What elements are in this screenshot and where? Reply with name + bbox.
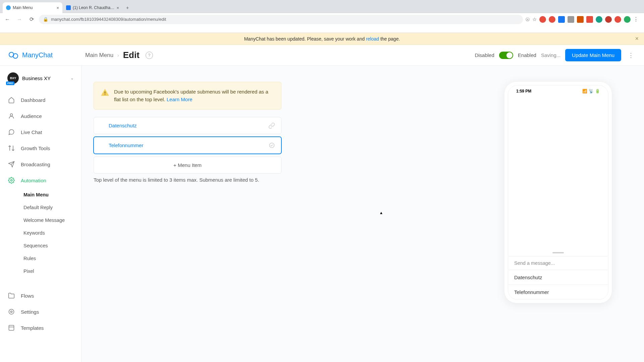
- nav-label: Growth Tools: [21, 145, 50, 151]
- home-icon: [8, 97, 15, 103]
- svg-rect-9: [105, 94, 105, 95]
- ext-icon[interactable]: [605, 16, 612, 23]
- toggle-label-enabled: Enabled: [518, 52, 536, 58]
- chat-icon: [8, 129, 15, 135]
- primary-nav: Dashboard Audience Live Chat Growth Tool…: [0, 92, 81, 336]
- subnav-sequences[interactable]: Sequences: [0, 239, 81, 252]
- sidebar-item-livechat[interactable]: Live Chat: [0, 124, 81, 140]
- message-input-placeholder[interactable]: Send a message...: [508, 256, 608, 270]
- ext-icon[interactable]: [539, 16, 546, 23]
- nav-label: Automation: [21, 178, 46, 183]
- menu-editor: Due to upcoming Facebook's update submen…: [94, 82, 281, 346]
- phone-menu-item[interactable]: Datenschutz: [508, 270, 608, 285]
- notif-text-prefix: ManyChat has been updated. Please, save …: [244, 36, 366, 42]
- subnav-default-reply[interactable]: Default Reply: [0, 201, 81, 214]
- sidebar-item-templates[interactable]: Templates: [0, 320, 81, 336]
- address-bar[interactable]: 🔒 manychat.com/fb1810394432408309/automa…: [39, 15, 523, 24]
- drag-handle[interactable]: [552, 252, 564, 253]
- browser-tab-active[interactable]: Main Menu ×: [3, 2, 62, 13]
- avatar-icon[interactable]: [624, 16, 631, 23]
- subnav-rules[interactable]: Rules: [0, 252, 81, 265]
- address-row: ← → ⟳ 🔒 manychat.com/fb1810394432408309/…: [0, 13, 644, 25]
- sidebar-item-growthtools[interactable]: Growth Tools: [0, 140, 81, 156]
- nav-label: Flows: [21, 293, 34, 299]
- forward-button[interactable]: →: [15, 15, 24, 24]
- svg-point-4: [11, 311, 12, 313]
- phone-menu-item[interactable]: Telefonnummer: [508, 285, 608, 299]
- phone-status-bar: 1:59 PM 📶 📡 🔋: [508, 85, 608, 95]
- subnav-welcome-message[interactable]: Welcome Message: [0, 214, 81, 227]
- chevron-down-icon: ⌄: [70, 76, 74, 80]
- cursor-icon: ▴: [380, 210, 382, 215]
- subnav-main-menu[interactable]: Main Menu: [0, 188, 81, 201]
- bookmarks-bar: [0, 25, 644, 33]
- url-text: manychat.com/fb1810394432408309/automati…: [51, 17, 166, 22]
- sidebar-item-audience[interactable]: Audience: [0, 108, 81, 124]
- add-menu-item-button[interactable]: + Menu Item: [94, 157, 281, 174]
- automation-subnav: Main Menu Default Reply Welcome Message …: [0, 188, 81, 278]
- ext-icon[interactable]: [596, 16, 602, 23]
- brand-text: ManyChat: [22, 51, 53, 59]
- warning-icon: [101, 88, 109, 97]
- help-icon[interactable]: ?: [146, 52, 153, 59]
- notif-reload-link[interactable]: reload: [366, 36, 379, 42]
- ext-icon[interactable]: [586, 16, 593, 23]
- gear-icon: [8, 177, 15, 184]
- lock-icon: 🔒: [43, 17, 48, 22]
- sidebar-item-broadcasting[interactable]: Broadcasting: [0, 156, 81, 172]
- star-icon[interactable]: ☆: [532, 16, 537, 22]
- sidebar: BXY PRO Business XY ⌄ Dashboard Audience…: [0, 66, 82, 362]
- logo[interactable]: ManyChat: [8, 50, 81, 61]
- ext-icon[interactable]: [614, 16, 621, 23]
- close-icon[interactable]: ×: [635, 35, 639, 42]
- svg-point-3: [11, 180, 12, 181]
- users-icon: [8, 113, 15, 119]
- breadcrumb[interactable]: Main Menu: [85, 52, 113, 59]
- svg-point-2: [10, 114, 13, 116]
- favicon-facebook: [66, 5, 71, 10]
- update-main-menu-button[interactable]: Update Main Menu: [565, 49, 621, 61]
- nav-label: Dashboard: [21, 97, 45, 103]
- enable-toggle[interactable]: [499, 52, 513, 59]
- notif-text-suffix: the page.: [379, 36, 400, 42]
- menu-item-card-selected[interactable]: Telefonnummer: [94, 137, 281, 154]
- sidebar-item-flows[interactable]: Flows: [0, 288, 81, 304]
- translate-icon[interactable]: ⦾: [526, 16, 530, 22]
- subnav-pixel[interactable]: Pixel: [0, 265, 81, 278]
- menu-item-label: Datenschutz: [109, 123, 137, 128]
- learn-more-link[interactable]: Learn More: [167, 97, 193, 102]
- wifi-icon: 📡: [589, 89, 594, 94]
- browser-tab-inactive[interactable]: (1) Leon R. Chaudhari | Facebo ×: [63, 2, 122, 13]
- new-tab-button[interactable]: +: [123, 3, 132, 12]
- ext-icon[interactable]: [577, 16, 584, 23]
- back-button[interactable]: ←: [3, 15, 12, 24]
- signal-icon: 📶: [582, 89, 587, 94]
- more-icon[interactable]: ⋮: [626, 50, 636, 60]
- close-icon[interactable]: ×: [56, 5, 59, 10]
- sidebar-item-dashboard[interactable]: Dashboard: [0, 92, 81, 108]
- sidebar-item-settings[interactable]: Settings: [0, 304, 81, 320]
- menu-item-label: Telefonnummer: [109, 142, 143, 148]
- menu-item-card[interactable]: Datenschutz: [94, 117, 281, 134]
- phone-screen: 1:59 PM 📶 📡 🔋 Send a message... Datensch…: [508, 85, 608, 300]
- header-actions: Disabled Enabled Saving... Update Main M…: [475, 49, 636, 61]
- reply-icon: [268, 142, 275, 149]
- workspace-selector[interactable]: BXY PRO Business XY ⌄: [0, 68, 81, 88]
- manychat-logo-icon: [8, 50, 19, 61]
- nav-label: Broadcasting: [21, 162, 50, 167]
- favicon-manychat: [6, 5, 11, 10]
- reload-button[interactable]: ⟳: [27, 15, 36, 24]
- page-header: ManyChat Main Menu › Edit ? Disabled Ena…: [0, 45, 644, 66]
- subnav-keywords[interactable]: Keywords: [0, 227, 81, 239]
- toggle-label-disabled: Disabled: [475, 52, 494, 58]
- page-title: Edit: [123, 50, 140, 60]
- phone-time: 1:59 PM: [516, 89, 531, 94]
- close-icon[interactable]: ×: [116, 5, 119, 10]
- ext-icon[interactable]: [568, 16, 574, 23]
- menu-icon[interactable]: ⋮: [633, 16, 639, 22]
- sidebar-item-automation[interactable]: Automation: [0, 172, 81, 188]
- ext-icon[interactable]: [558, 16, 565, 23]
- update-notification: ManyChat has been updated. Please, save …: [0, 33, 644, 45]
- phone-preview-column: 1:59 PM 📶 📡 🔋 Send a message... Datensch…: [504, 82, 612, 346]
- ext-icon[interactable]: [549, 16, 555, 23]
